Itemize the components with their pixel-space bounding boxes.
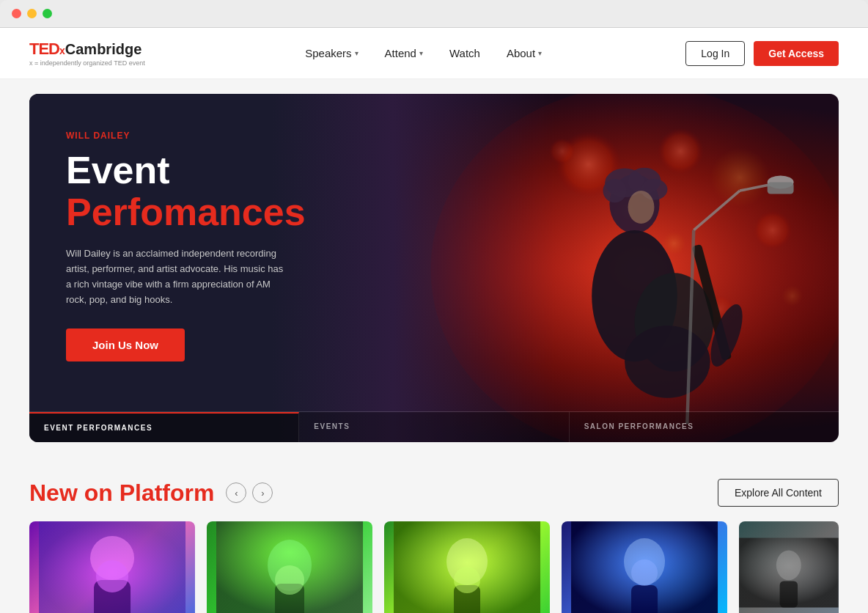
- svg-point-14: [603, 179, 627, 202]
- chevron-down-icon: ▾: [355, 49, 358, 57]
- svg-rect-45: [780, 581, 798, 608]
- svg-point-38: [454, 567, 480, 593]
- hero-tag: WILL DAILEY: [66, 131, 306, 141]
- content-card-4[interactable]: [562, 521, 727, 613]
- svg-point-30: [96, 560, 128, 592]
- stage-lights-svg: [312, 94, 839, 442]
- content-cards-row: [0, 521, 868, 613]
- card-thumbnail-3: [384, 521, 550, 613]
- navbar: TEDxCambridge x = independently organize…: [0, 28, 868, 79]
- minimize-button[interactable]: [27, 9, 37, 18]
- logo-cambridge: Cambridge: [65, 41, 141, 58]
- nav-about[interactable]: About ▾: [496, 41, 552, 65]
- close-button[interactable]: [12, 9, 21, 18]
- nav-watch[interactable]: Watch: [439, 41, 490, 65]
- hero-title-red: Perfomances: [66, 191, 306, 233]
- new-title-area: New on Platform ‹ ›: [29, 480, 273, 507]
- bokeh-decoration: [312, 94, 839, 442]
- hero-content: WILL DAILEY Event Perfomances Will Daile…: [66, 131, 306, 361]
- next-arrow-button[interactable]: ›: [252, 482, 273, 503]
- hero-tab-performances[interactable]: EVENT PERFORMANCES: [29, 412, 299, 442]
- card-thumbnail-2: [207, 521, 372, 613]
- new-platform-title: New on Platform: [29, 480, 214, 507]
- svg-point-44: [776, 550, 801, 580]
- window-chrome: [0, 0, 868, 28]
- svg-point-3: [710, 148, 770, 208]
- svg-rect-24: [768, 182, 794, 194]
- join-us-now-button[interactable]: Join Us Now: [66, 328, 185, 361]
- chevron-down-icon: ▾: [419, 49, 423, 57]
- svg-point-34: [275, 565, 304, 595]
- page-content: TEDxCambridge x = independently organize…: [0, 28, 868, 613]
- carousel-controls: ‹ ›: [226, 482, 273, 503]
- svg-rect-41: [631, 585, 658, 613]
- content-card-5[interactable]: [739, 521, 839, 613]
- svg-point-4: [753, 210, 792, 250]
- content-card-2[interactable]: [207, 521, 372, 613]
- nav-links: Speakers ▾ Attend ▾ Watch About ▾: [295, 41, 552, 65]
- nav-speakers[interactable]: Speakers ▾: [295, 41, 368, 65]
- hero-section: WILL DAILEY Event Perfomances Will Daile…: [29, 94, 839, 442]
- hero-tab-salon[interactable]: SALON PERFORMANCES: [570, 412, 839, 442]
- chevron-down-icon: ▾: [538, 49, 542, 57]
- svg-point-18: [625, 326, 710, 398]
- logo-ted: TED: [29, 40, 59, 59]
- svg-point-2: [658, 128, 704, 175]
- svg-point-42: [631, 559, 658, 586]
- hero-description: Will Dailey is an acclaimed independent …: [66, 246, 286, 307]
- card-thumbnail-4: [562, 521, 727, 613]
- nav-attend[interactable]: Attend ▾: [375, 41, 433, 65]
- get-access-button[interactable]: Get Access: [754, 41, 839, 66]
- svg-point-26: [628, 191, 655, 224]
- maximize-button[interactable]: [43, 9, 52, 18]
- nav-actions: Log In Get Access: [685, 41, 839, 66]
- login-button[interactable]: Log In: [685, 41, 745, 66]
- content-card-3[interactable]: [384, 521, 550, 613]
- explore-all-button[interactable]: Explore All Content: [718, 479, 839, 507]
- card-thumbnail-1: [29, 521, 195, 613]
- hero-tabs: EVENT PERFORMANCES EVENTS SALON PERFORMA…: [29, 411, 839, 442]
- prev-arrow-button[interactable]: ‹: [226, 482, 246, 503]
- logo-subtitle: x = independently organized TED event: [29, 59, 161, 67]
- card-thumbnail-5: [739, 521, 839, 613]
- new-platform-section: New on Platform ‹ › Explore All Content: [0, 457, 868, 521]
- svg-point-6: [549, 138, 575, 164]
- logo[interactable]: TEDxCambridge x = independently organize…: [29, 40, 161, 67]
- hero-title-white: Event: [66, 150, 306, 191]
- svg-point-9: [782, 285, 803, 306]
- logo-x: x: [59, 45, 65, 56]
- hero-tab-events[interactable]: EVENTS: [299, 412, 569, 442]
- content-card-1[interactable]: [29, 521, 195, 613]
